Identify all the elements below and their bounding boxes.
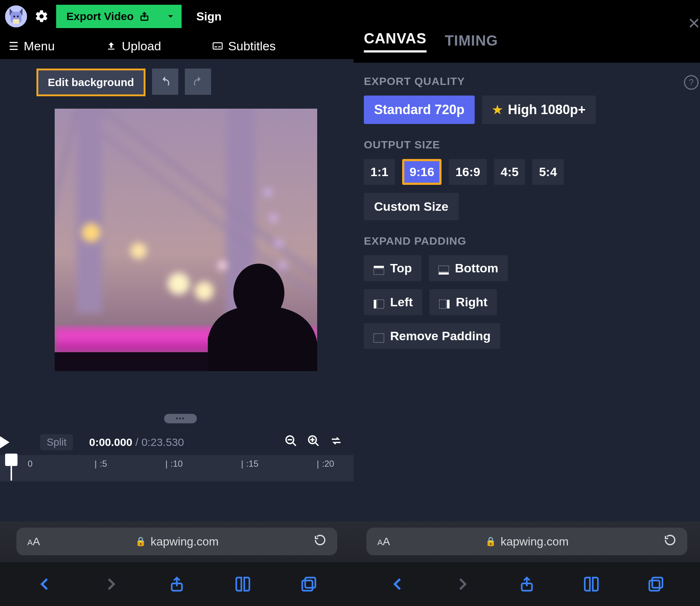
undo-icon <box>159 75 171 88</box>
close-panel-button[interactable]: × <box>688 11 700 35</box>
svg-point-22 <box>275 240 283 247</box>
padding-right[interactable]: Right <box>429 289 497 315</box>
zoom-in-button[interactable] <box>307 434 320 451</box>
tabs-icon <box>647 575 665 593</box>
share-button[interactable] <box>168 575 186 593</box>
avatar[interactable] <box>5 5 27 27</box>
edit-background-button[interactable]: Edit background <box>36 69 145 96</box>
size-custom[interactable]: Custom Size <box>364 193 459 220</box>
padding-bottom[interactable]: Bottom <box>429 255 508 281</box>
upload-label: Upload <box>122 39 161 53</box>
playhead[interactable] <box>5 454 18 466</box>
safari-toolbar <box>0 562 354 606</box>
export-video-button[interactable]: Export Video <box>56 5 160 28</box>
settings-icon[interactable] <box>34 9 49 24</box>
chevron-down-icon <box>166 12 175 21</box>
reload-button-right[interactable] <box>664 534 676 549</box>
subtitles-button[interactable]: Subtitles <box>212 39 276 53</box>
upload-icon <box>106 40 117 51</box>
export-dropdown[interactable] <box>160 5 182 28</box>
share-icon <box>139 11 149 22</box>
back-button-right[interactable] <box>389 575 407 593</box>
size-1-1[interactable]: 1:1 <box>364 159 395 185</box>
size-9-16[interactable]: 9:16 <box>402 159 442 185</box>
lock-icon: 🔒 <box>485 536 496 547</box>
play-button[interactable] <box>0 436 9 449</box>
size-5-4[interactable]: 5:4 <box>532 159 563 185</box>
canvas-preview[interactable] <box>55 109 317 371</box>
svg-point-16 <box>131 243 147 259</box>
editor-view: Export Video Sign ☰ Menu Upload Subtitle… <box>0 0 354 606</box>
subtitles-label: Subtitles <box>228 39 276 53</box>
padding-left[interactable]: Left <box>364 289 422 315</box>
url-pill[interactable]: AAAA 🔒 kapwing.com <box>16 528 337 555</box>
tabs-button-right[interactable] <box>647 575 665 593</box>
svg-line-29 <box>293 442 296 446</box>
settings-panel: CANVAS TIMING × ? EXPORT QUALITY Standar… <box>354 0 700 606</box>
timeline-ruler[interactable]: 0 |:5 |:10 |:15 |:20 <box>0 455 354 481</box>
zoom-out-button[interactable] <box>284 434 298 451</box>
svg-rect-39 <box>374 269 384 275</box>
back-button[interactable] <box>36 575 54 593</box>
redo-button[interactable] <box>185 69 211 95</box>
zoom-in-icon <box>307 434 320 447</box>
svg-point-3 <box>17 16 19 18</box>
menu-label: Menu <box>24 39 55 53</box>
size-16-9[interactable]: 16:9 <box>449 159 487 185</box>
tab-canvas[interactable]: CANVAS <box>364 30 427 53</box>
undo-button[interactable] <box>152 69 178 95</box>
svg-rect-41 <box>439 266 449 272</box>
book-icon <box>234 575 252 593</box>
chevron-right-icon <box>102 575 120 593</box>
svg-rect-46 <box>374 334 384 342</box>
split-button[interactable]: Split <box>40 434 73 450</box>
padding-remove[interactable]: Remove Padding <box>364 323 500 349</box>
tabs-button[interactable] <box>300 575 318 593</box>
share-up-icon <box>518 575 536 593</box>
export-label: Export Video <box>66 10 133 23</box>
domain-text-right: kapwing.com <box>501 535 569 548</box>
svg-rect-10 <box>77 109 102 313</box>
svg-rect-38 <box>374 266 384 268</box>
chevron-left-icon <box>389 575 407 593</box>
padding-top[interactable]: Top <box>364 255 421 281</box>
svg-point-2 <box>13 16 15 18</box>
size-4-5[interactable]: 4:5 <box>494 159 525 185</box>
menu-button[interactable]: ☰ Menu <box>9 39 55 53</box>
help-icon[interactable]: ? <box>684 75 699 90</box>
tick-5: :5 <box>100 459 107 469</box>
quality-high[interactable]: ★ High 1080p+ <box>482 96 596 124</box>
svg-rect-48 <box>652 578 662 588</box>
upload-button[interactable]: Upload <box>106 39 161 53</box>
quality-standard[interactable]: Standard 720p <box>364 96 475 124</box>
text-size-button[interactable]: AAAA <box>27 535 40 548</box>
chevron-right-icon <box>454 575 471 593</box>
svg-rect-4 <box>13 19 19 24</box>
safari-url-bar-right: AA 🔒 kapwing.com <box>354 521 700 562</box>
loop-button[interactable] <box>330 434 343 451</box>
safari-url-bar: AAAA 🔒 kapwing.com <box>0 521 354 562</box>
reload-button[interactable] <box>314 534 326 549</box>
tab-timing[interactable]: TIMING <box>445 32 498 53</box>
bookmarks-button[interactable] <box>234 575 252 593</box>
url-pill-right[interactable]: AA 🔒 kapwing.com <box>366 528 687 555</box>
forward-button[interactable] <box>102 575 120 593</box>
panel-drag-handle[interactable]: ••• <box>164 414 197 423</box>
section-output-size: OUTPUT SIZE <box>364 139 690 151</box>
pad-left-icon <box>373 298 384 307</box>
tick-10: :10 <box>171 459 183 469</box>
svg-rect-36 <box>305 578 315 588</box>
share-button-right[interactable] <box>518 575 536 593</box>
bookmarks-button-right[interactable] <box>583 575 600 593</box>
text-size-button-right[interactable]: AA <box>377 535 390 548</box>
svg-rect-37 <box>302 580 312 591</box>
swap-icon <box>330 434 343 447</box>
video-frame <box>55 109 317 371</box>
time-current: 0:00.000 <box>89 436 132 448</box>
svg-rect-42 <box>374 300 376 308</box>
chevron-left-icon <box>36 575 54 593</box>
forward-button-right[interactable] <box>454 575 471 593</box>
reload-icon <box>314 534 326 546</box>
svg-rect-43 <box>377 300 384 308</box>
sign-link[interactable]: Sign <box>196 10 221 23</box>
